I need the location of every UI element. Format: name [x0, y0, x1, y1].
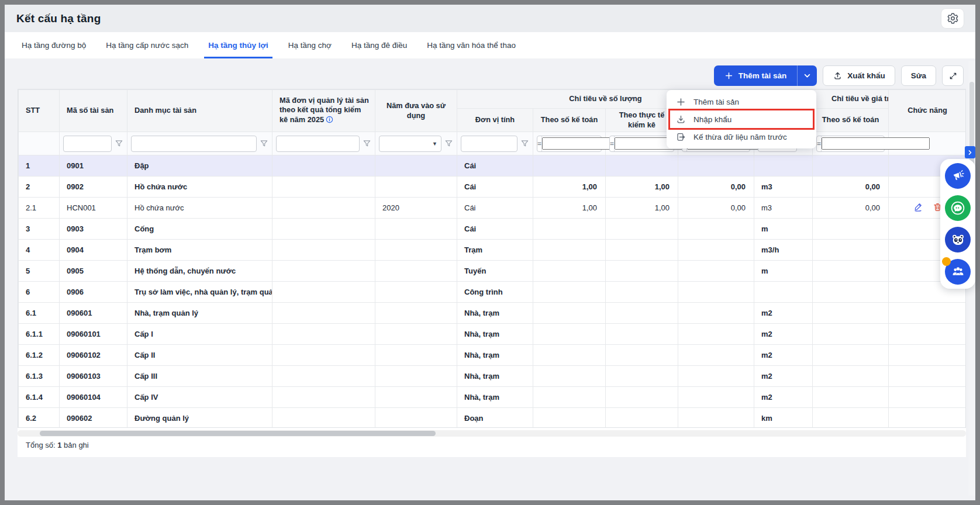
cell-q_unit: Cái	[457, 219, 533, 240]
filter-funnel-icon[interactable]	[115, 139, 123, 148]
tab-ha-tang-cap-nuoc-sach[interactable]: Hạ tầng cấp nước sạch	[96, 32, 198, 58]
panda-assistant-fab-button[interactable]	[945, 227, 971, 252]
column-header-v_acc: Theo số kế toán	[813, 109, 889, 132]
cell-stt: 4	[19, 240, 60, 261]
cell-q_acc	[533, 261, 606, 282]
cell-q_inv	[606, 345, 678, 366]
filter-widget-q_unit	[461, 136, 529, 152]
table-row-2[interactable]: 20902Hồ chứa nướcCái1,001,000,00m30,00	[19, 177, 967, 198]
table-row-2.1[interactable]: 2.1HCN001Hồ chứa nước2020Cái1,001,000,00…	[19, 198, 967, 219]
filter-input-mgmt_code[interactable]	[276, 136, 360, 152]
export-button[interactable]: Xuất khẩu	[823, 65, 895, 86]
table-row-6[interactable]: 60906Trụ sở làm việc, nhà quản lý, trạm …	[19, 282, 967, 303]
tab-ha-tang-thuy-loi[interactable]: Hạ tầng thủy lợi	[198, 32, 278, 58]
cell-mgmt_code	[272, 387, 375, 408]
table-row-6.1.1[interactable]: 6.1.109060101Cấp INhà, trạmm2	[19, 324, 967, 345]
team-fab-button[interactable]	[945, 259, 971, 285]
cell-code: 0902	[60, 177, 127, 198]
table-row-1[interactable]: 10901ĐậpCái	[19, 155, 967, 177]
cell-v_unit: m2	[754, 387, 813, 408]
filter-funnel-icon[interactable]	[520, 139, 529, 148]
filter-funnel-icon[interactable]	[363, 139, 371, 148]
filter-input-code[interactable]	[63, 136, 112, 152]
tab-ha-tang-de-dieu[interactable]: Hạ tầng đê điều	[341, 32, 417, 58]
horizontal-scrollbar[interactable]	[18, 430, 966, 437]
cell-q_diff: 0,00	[678, 198, 754, 219]
chevron-down-icon	[803, 72, 811, 79]
equals-operator[interactable]: =	[537, 136, 542, 151]
horizontal-scrollbar-thumb[interactable]	[40, 431, 436, 436]
cell-stt: 6.1.2	[19, 345, 60, 366]
filter-widget-name	[131, 136, 268, 152]
cell-q_diff	[678, 387, 754, 408]
cell-v_unit: m2	[754, 345, 813, 366]
filter-input-q_unit[interactable]	[461, 136, 517, 152]
cell-code: 09060104	[60, 387, 127, 408]
table-footer: Tổng số: 1 bản ghi	[18, 428, 966, 457]
filter-input-name[interactable]	[131, 136, 257, 152]
add-asset-dropdown-menu: Thêm tài sảnNhập khẩuKế thừa dữ liệu năm…	[667, 90, 816, 148]
table-row-6.2[interactable]: 6.2090602Đường quản lýĐoạnkm	[19, 408, 967, 428]
filter-widget-v_acc: =	[816, 136, 885, 152]
filter-funnel-icon[interactable]	[260, 139, 268, 148]
asset-table: STTMã số tài sảnDanh mục tài sảnMã đơn v…	[18, 89, 966, 428]
cell-stt: 6.1.1	[19, 324, 60, 345]
tab-ha-tang-duong-bo[interactable]: Hạ tầng đường bộ	[12, 32, 96, 58]
menu-item-nhap-khau[interactable]: Nhập khẩu	[670, 110, 813, 128]
side-panel-toggle-button[interactable]	[965, 146, 975, 158]
table-row-6.1.3[interactable]: 6.1.309060103Cấp IIINhà, trạmm2	[19, 366, 967, 387]
app-window: Kết cấu hạ tầng Hạ tầng đường bộHạ tầng …	[5, 5, 975, 500]
window-frame: Kết cấu hạ tầng Hạ tầng đường bộHạ tầng …	[0, 0, 980, 505]
expand-button[interactable]	[942, 65, 964, 86]
cell-code: 0903	[60, 219, 127, 240]
table-row-3[interactable]: 30903CốngCáim	[19, 219, 967, 240]
table-row-6.1.2[interactable]: 6.1.209060102Cấp IINhà, trạmm2	[19, 345, 967, 366]
add-asset-button[interactable]: Thêm tài sản	[714, 65, 798, 86]
table-row-6.1[interactable]: 6.1090601Nhà, trạm quản lýNhà, trạmm2	[19, 303, 967, 324]
tab-ha-tang-cho[interactable]: Hạ tầng chợ	[278, 32, 341, 58]
settings-button[interactable]	[941, 9, 964, 28]
cell-q_diff	[678, 345, 754, 366]
cell-code: 0901	[60, 155, 127, 177]
info-icon[interactable]	[326, 116, 333, 126]
filter-cell-q_acc: =	[533, 132, 606, 155]
cell-year	[375, 366, 457, 387]
tab-ha-tang-van-hoa-the-thao[interactable]: Hạ tầng văn hóa thể thao	[417, 32, 526, 58]
cell-code: 0905	[60, 261, 127, 282]
menu-item-them-tai-san[interactable]: Thêm tài sản	[670, 93, 813, 110]
filter-select-year[interactable]: ▼	[379, 136, 441, 152]
cell-year	[375, 324, 457, 345]
filter-widget-year: ▼	[379, 136, 453, 152]
filter-widget-q_inv: =	[609, 136, 674, 152]
menu-item-ke-thua-du-lieu[interactable]: Kế thừa dữ liệu năm trước	[670, 128, 813, 146]
cell-q_unit: Tuyến	[457, 261, 533, 282]
menu-item-label: Kế thừa dữ liệu năm trước	[693, 133, 787, 141]
cell-q_inv	[606, 303, 678, 324]
equals-operator[interactable]: =	[817, 136, 822, 151]
cell-stt: 6.1.4	[19, 387, 60, 408]
filter-funnel-icon[interactable]	[444, 139, 453, 148]
cell-code: 090601	[60, 303, 127, 324]
cell-stt: 1	[19, 155, 60, 177]
cell-actions	[889, 324, 966, 345]
cell-name: Cấp IV	[127, 387, 272, 408]
edit-mode-button[interactable]: Sửa	[901, 65, 936, 86]
download-icon	[676, 115, 686, 124]
filter-select-input-year[interactable]	[379, 140, 432, 148]
cell-name: Hồ chứa nước	[127, 177, 272, 198]
cell-code: 0904	[60, 240, 127, 261]
chat-support-fab-button[interactable]	[945, 195, 971, 221]
table-row-4[interactable]: 40904Trạm bơmTrạmm3/h	[19, 240, 967, 261]
cell-v_unit: m3	[754, 198, 813, 219]
announcement-fab-button[interactable]	[945, 163, 971, 189]
cell-q_unit: Nhà, trạm	[457, 387, 533, 408]
edit-row-button[interactable]	[913, 202, 923, 214]
equals-operator[interactable]: =	[610, 136, 615, 151]
add-asset-menu-toggle[interactable]	[797, 65, 817, 86]
cell-v_acc	[813, 408, 889, 428]
cell-stt: 6	[19, 282, 60, 303]
table-row-6.1.4[interactable]: 6.1.409060104Cấp IVNhà, trạmm2	[19, 387, 967, 408]
cell-q_inv	[606, 261, 678, 282]
table-row-5[interactable]: 50905Hệ thống dẫn, chuyển nướcTuyếnm	[19, 261, 967, 282]
filter-input-v_acc[interactable]	[822, 137, 930, 150]
